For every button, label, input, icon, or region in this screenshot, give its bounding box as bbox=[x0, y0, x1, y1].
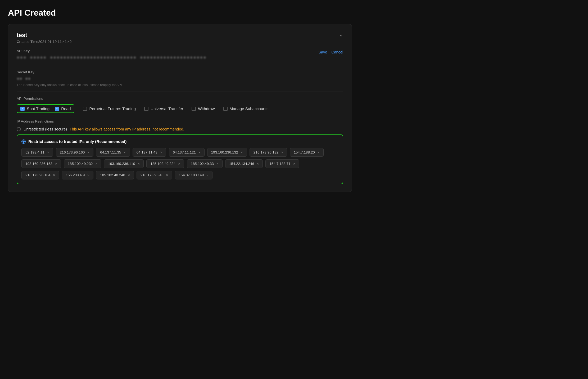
perm-manage-subaccounts[interactable]: Manage Subaccounts bbox=[223, 106, 269, 111]
ip-remove-button[interactable]: × bbox=[87, 173, 89, 177]
page-title: API Created bbox=[8, 8, 580, 18]
spot-trading-checkbox[interactable] bbox=[20, 107, 25, 111]
divider-2 bbox=[17, 92, 343, 92]
perpetual-futures-checkbox[interactable] bbox=[83, 107, 87, 111]
highlighted-permissions-group: Spot Trading Read bbox=[17, 104, 74, 113]
ip-tag: 52.193.4.11× bbox=[21, 148, 53, 157]
api-key-section: API Key Save Cancel ••• ••••• ••••••••••… bbox=[17, 49, 343, 60]
permissions-label: API Permissions bbox=[17, 97, 343, 101]
chevron-down-icon[interactable]: ⌄ bbox=[339, 32, 343, 38]
ip-tag: 154.22.134.246× bbox=[225, 159, 263, 168]
ip-remove-button[interactable]: × bbox=[53, 173, 55, 177]
ip-restrictions-label: IP Address Restrictions bbox=[17, 119, 343, 123]
ip-address: 64.137.11.121 bbox=[173, 150, 196, 154]
ip-tag: 216.173.96.45× bbox=[137, 171, 172, 179]
api-key-value: ••• ••••• •••••••••••••••••••••••••• •••… bbox=[17, 55, 343, 60]
api-name-row: test Created Time2024-01-19 11:41:42 ⌄ bbox=[17, 32, 343, 44]
ip-remove-button[interactable]: × bbox=[241, 150, 243, 154]
ip-tags-container: 52.193.4.11×216.173.96.160×64.137.11.35×… bbox=[21, 148, 338, 179]
ip-remove-button[interactable]: × bbox=[124, 150, 126, 154]
ip-remove-button[interactable]: × bbox=[257, 162, 259, 166]
ip-remove-button[interactable]: × bbox=[55, 162, 57, 166]
manage-subaccounts-checkbox[interactable] bbox=[223, 107, 228, 111]
ip-restrictions-section: IP Address Restrictions Unrestricted (le… bbox=[17, 119, 343, 184]
restricted-option[interactable]: Restrict access to trusted IPs only (Rec… bbox=[21, 139, 338, 144]
manage-subaccounts-label: Manage Subaccounts bbox=[230, 106, 269, 111]
ip-tag: 216.173.96.132× bbox=[250, 148, 287, 157]
ip-address: 216.173.96.160 bbox=[60, 150, 85, 154]
api-name-group: test Created Time2024-01-19 11:41:42 bbox=[17, 32, 72, 44]
perm-withdraw[interactable]: Withdraw bbox=[192, 106, 215, 111]
ip-address: 64.137.11.43 bbox=[137, 150, 157, 154]
ip-remove-button[interactable]: × bbox=[281, 150, 283, 154]
ip-remove-button[interactable]: × bbox=[198, 150, 201, 154]
restricted-radio[interactable] bbox=[21, 139, 26, 144]
ip-tag: 154.7.188.71× bbox=[265, 159, 299, 168]
ip-tag: 185.102.48.248× bbox=[96, 171, 134, 179]
ip-address: 154.37.183.149 bbox=[179, 173, 204, 177]
read-checkbox[interactable] bbox=[55, 107, 59, 111]
action-links: Save Cancel bbox=[318, 50, 343, 54]
save-button[interactable]: Save bbox=[318, 50, 327, 54]
ip-tag: 64.137.11.121× bbox=[169, 148, 205, 157]
ip-tag: 185.102.49.33× bbox=[187, 159, 223, 168]
ip-remove-button[interactable]: × bbox=[318, 150, 320, 154]
unrestricted-option[interactable]: Unrestricted (less secure) This API key … bbox=[17, 127, 343, 131]
ip-address: 154.22.134.246 bbox=[229, 162, 254, 166]
permissions-row: Spot Trading Read Perpetual Futures Trad… bbox=[17, 104, 343, 113]
ip-remove-button[interactable]: × bbox=[47, 150, 49, 154]
restricted-label: Restrict access to trusted IPs only (Rec… bbox=[28, 139, 126, 144]
ip-remove-button[interactable]: × bbox=[138, 162, 140, 166]
trusted-ip-box: Restrict access to trusted IPs only (Rec… bbox=[17, 134, 343, 184]
ip-tag: 64.137.11.35× bbox=[96, 148, 130, 157]
withdraw-label: Withdraw bbox=[198, 106, 215, 111]
ip-address: 52.193.4.11 bbox=[25, 150, 44, 154]
read-label: Read bbox=[61, 106, 71, 111]
ip-tag: 216.173.96.184× bbox=[21, 171, 59, 179]
unrestricted-radio[interactable] bbox=[17, 127, 21, 131]
ip-address: 193.160.236.110 bbox=[108, 162, 135, 166]
ip-address: 185.102.49.224 bbox=[150, 162, 175, 166]
ip-address: 154.7.188.20 bbox=[294, 150, 315, 154]
ip-tag: 64.137.11.43× bbox=[133, 148, 166, 157]
ip-tag: 193.160.236.153× bbox=[21, 159, 61, 168]
ip-address: 216.173.96.184 bbox=[25, 173, 51, 177]
ip-tag: 193.160.236.110× bbox=[104, 159, 144, 168]
spot-trading-label: Spot Trading bbox=[27, 106, 49, 111]
api-name: test bbox=[17, 32, 72, 39]
cancel-button[interactable]: Cancel bbox=[331, 50, 343, 54]
secret-key-section: Secret Key •• •• The Secret Key only sho… bbox=[17, 70, 343, 87]
api-key-label: API Key bbox=[17, 49, 30, 53]
ip-remove-button[interactable]: × bbox=[87, 150, 89, 154]
ip-tag: 154.37.183.149× bbox=[175, 171, 212, 179]
ip-address: 216.173.96.132 bbox=[254, 150, 279, 154]
ip-remove-button[interactable]: × bbox=[206, 173, 209, 177]
api-key-row: API Key Save Cancel bbox=[17, 49, 343, 55]
ip-remove-button[interactable]: × bbox=[160, 150, 162, 154]
perm-perpetual-futures[interactable]: Perpetual Futures Trading bbox=[83, 106, 136, 111]
created-time: Created Time2024-01-19 11:41:42 bbox=[17, 40, 72, 44]
permissions-section: API Permissions Spot Trading Read Perpet… bbox=[17, 97, 343, 113]
ip-remove-button[interactable]: × bbox=[128, 173, 130, 177]
ip-remove-button[interactable]: × bbox=[216, 162, 219, 166]
ip-tag: 185.102.49.232× bbox=[64, 159, 101, 168]
ip-remove-button[interactable]: × bbox=[178, 162, 180, 166]
ip-remove-button[interactable]: × bbox=[96, 162, 98, 166]
ip-address: 185.102.48.248 bbox=[100, 173, 125, 177]
divider-1 bbox=[17, 65, 343, 65]
api-card: test Created Time2024-01-19 11:41:42 ⌄ A… bbox=[8, 24, 352, 192]
ip-tag: 193.160.236.132× bbox=[207, 148, 247, 157]
universal-transfer-checkbox[interactable] bbox=[144, 107, 148, 111]
perm-read[interactable]: Read bbox=[55, 106, 71, 111]
ip-address: 193.160.236.153 bbox=[25, 162, 52, 166]
withdraw-checkbox[interactable] bbox=[192, 107, 196, 111]
perm-universal-transfer[interactable]: Universal Transfer bbox=[144, 106, 183, 111]
ip-remove-button[interactable]: × bbox=[293, 162, 295, 166]
ip-address: 64.137.11.35 bbox=[100, 150, 121, 154]
secret-key-label: Secret Key bbox=[17, 70, 343, 74]
ip-tag: 185.102.49.224× bbox=[146, 159, 184, 168]
secret-key-value: •• •• bbox=[17, 76, 343, 82]
perm-spot-trading[interactable]: Spot Trading bbox=[20, 106, 49, 111]
ip-remove-button[interactable]: × bbox=[166, 173, 168, 177]
ip-tag: 156.238.4.9× bbox=[62, 171, 93, 179]
